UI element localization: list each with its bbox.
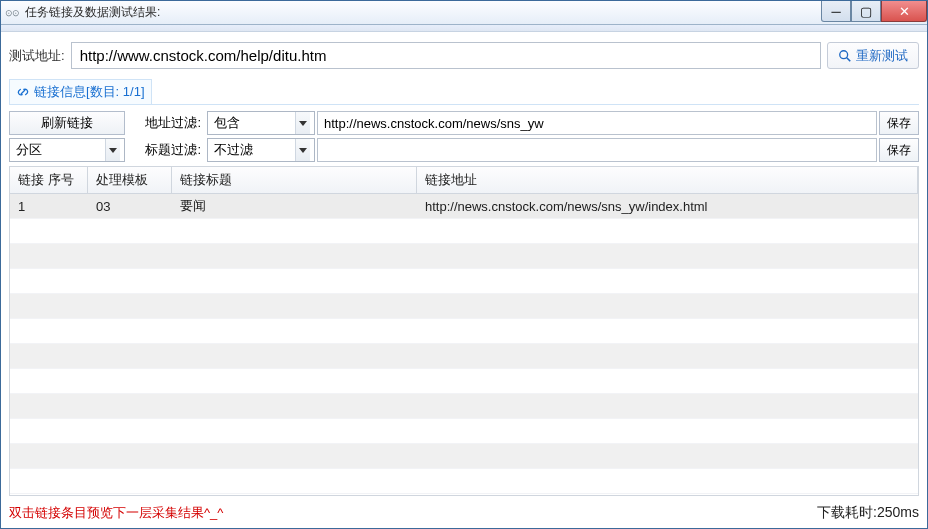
footer-bar: 双击链接条目预览下一层采集结果^_^ 下载耗时:250ms xyxy=(9,504,919,522)
cell-tmpl: 03 xyxy=(88,195,172,218)
close-icon: ✕ xyxy=(899,5,910,18)
filter-row-addr: 刷新链接 地址过滤: 包含 保存 xyxy=(9,111,919,135)
title-filter-input[interactable] xyxy=(317,138,877,162)
addr-filter-input[interactable] xyxy=(317,111,877,135)
table-header: 链接 序号 处理模板 链接标题 链接地址 xyxy=(10,167,918,194)
window-controls: ─ ▢ ✕ xyxy=(821,1,927,22)
minimize-button[interactable]: ─ xyxy=(821,1,851,22)
col-url[interactable]: 链接地址 xyxy=(417,167,918,193)
table-row-empty xyxy=(10,394,918,419)
footer-hint: 双击链接条目预览下一层采集结果^_^ xyxy=(9,504,223,522)
table-row-empty xyxy=(10,419,918,444)
title-filter-label: 标题过滤: xyxy=(127,141,205,159)
chevron-down-icon xyxy=(299,121,307,126)
maximize-icon: ▢ xyxy=(860,5,872,18)
table-row-empty xyxy=(10,469,918,494)
col-seq[interactable]: 链接 序号 xyxy=(10,167,88,193)
link-info-tab-label: 链接信息[数目: 1/1] xyxy=(34,83,145,101)
filter-row-title: 分区 标题过滤: 不过滤 保存 xyxy=(9,138,919,162)
close-button[interactable]: ✕ xyxy=(881,1,927,22)
minimize-icon: ─ xyxy=(831,5,840,18)
save-addr-filter-button[interactable]: 保存 xyxy=(879,111,919,135)
addr-filter-mode-select[interactable]: 包含 xyxy=(207,111,315,135)
refresh-links-button[interactable]: 刷新链接 xyxy=(9,111,125,135)
test-url-row: 测试地址: 重新测试 xyxy=(9,42,919,69)
chevron-down-icon xyxy=(299,148,307,153)
partition-select-value: 分区 xyxy=(16,141,42,159)
title-filter-mode-value: 不过滤 xyxy=(214,141,253,159)
table-row-empty xyxy=(10,269,918,294)
test-url-input[interactable] xyxy=(71,42,821,69)
table-row[interactable]: 103要闻http://news.cnstock.com/news/sns_yw… xyxy=(10,194,918,219)
links-table: 链接 序号 处理模板 链接标题 链接地址 103要闻http://news.cn… xyxy=(9,166,919,496)
table-row-empty xyxy=(10,219,918,244)
link-icon xyxy=(16,85,30,99)
download-timing: 下载耗时:250ms xyxy=(817,504,919,522)
table-row-empty xyxy=(10,344,918,369)
maximize-button[interactable]: ▢ xyxy=(851,1,881,22)
svg-point-0 xyxy=(840,50,848,58)
table-row-empty xyxy=(10,294,918,319)
table-row-empty xyxy=(10,369,918,394)
cell-url: http://news.cnstock.com/news/sns_yw/inde… xyxy=(417,195,918,218)
window-titlebar: ⊙⊙ 任务链接及数据测试结果: ─ ▢ ✕ xyxy=(1,1,927,25)
app-icon: ⊙⊙ xyxy=(5,5,21,21)
window-title: 任务链接及数据测试结果: xyxy=(25,4,160,21)
retest-button-label: 重新测试 xyxy=(856,47,908,65)
chevron-down-icon xyxy=(109,148,117,153)
table-row-empty xyxy=(10,444,918,469)
addr-filter-mode-value: 包含 xyxy=(214,114,240,132)
table-row-empty xyxy=(10,244,918,269)
partition-select[interactable]: 分区 xyxy=(9,138,125,162)
table-body: 103要闻http://news.cnstock.com/news/sns_yw… xyxy=(10,194,918,496)
save-title-filter-button[interactable]: 保存 xyxy=(879,138,919,162)
col-template[interactable]: 处理模板 xyxy=(88,167,172,193)
search-icon xyxy=(838,49,852,63)
title-filter-mode-select[interactable]: 不过滤 xyxy=(207,138,315,162)
svg-line-1 xyxy=(847,57,851,61)
link-info-tab[interactable]: 链接信息[数目: 1/1] xyxy=(9,79,152,104)
top-tab-strip xyxy=(1,25,927,32)
test-url-label: 测试地址: xyxy=(9,47,65,65)
addr-filter-label: 地址过滤: xyxy=(127,114,205,132)
cell-title: 要闻 xyxy=(172,193,417,219)
col-title[interactable]: 链接标题 xyxy=(172,167,417,193)
cell-seq: 1 xyxy=(10,195,88,218)
table-row-empty xyxy=(10,319,918,344)
retest-button[interactable]: 重新测试 xyxy=(827,42,919,69)
